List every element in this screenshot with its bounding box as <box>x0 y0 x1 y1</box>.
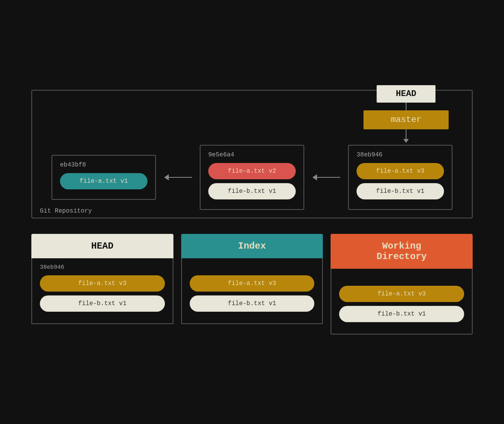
index-panel: Index file-a.txt v3 file-b.txt v1 <box>181 234 323 335</box>
index-panel-body: file-a.txt v3 file-b.txt v1 <box>181 258 323 324</box>
commits-row: eb43bf8 file-a.txt v1 9e5e6a4 file-a.txt… <box>44 145 460 210</box>
commit-38eb946: 38eb946 file-a.txt v3 file-b.txt v1 <box>348 145 453 210</box>
head-label-repo: HEAD <box>377 85 436 103</box>
working-dir-panel-hash <box>339 275 464 281</box>
head-panel-hash: 38eb946 <box>40 264 165 271</box>
commit-hash-2: 9e5e6a4 <box>208 151 296 158</box>
head-master-connector <box>406 103 406 110</box>
working-dir-panel-header: Working Directory <box>331 234 473 269</box>
head-panel-header: HEAD <box>31 234 173 258</box>
arrow-head-left-1 <box>164 174 169 180</box>
head-panel: HEAD 38eb946 file-a.txt v3 file-b.txt v1 <box>31 234 173 335</box>
commit-hash-1: eb43bf8 <box>60 161 147 168</box>
arrow-head-left-2 <box>312 174 317 180</box>
working-dir-panel-body: file-a.txt v3 file-b.txt v1 <box>331 269 473 335</box>
main-container: HEAD master eb43bf8 file-a.txt v1 <box>20 78 484 346</box>
arrow-commit2-to-commit1 <box>156 174 200 180</box>
bottom-section: HEAD 38eb946 file-a.txt v3 file-b.txt v1… <box>31 234 473 335</box>
head-panel-pill-file-b: file-b.txt v1 <box>40 295 165 312</box>
working-dir-panel: Working Directory file-a.txt v3 file-b.t… <box>331 234 473 335</box>
git-repository-box: HEAD master eb43bf8 file-a.txt v1 <box>31 90 473 218</box>
pill-file-a-v1: file-a.txt v1 <box>60 173 147 189</box>
pill-file-a-v3-commit3: file-a.txt v3 <box>357 163 444 179</box>
arrow-line-1 <box>169 177 192 178</box>
master-to-commit-arrow <box>403 129 409 143</box>
index-panel-pill-file-a: file-a.txt v3 <box>190 275 315 292</box>
index-panel-pill-file-b: file-b.txt v1 <box>190 295 315 312</box>
commit-hash-3: 38eb946 <box>357 151 444 158</box>
head-panel-pill-file-a: file-a.txt v3 <box>40 275 165 292</box>
pill-file-b-v1-commit3: file-b.txt v1 <box>357 183 444 199</box>
master-label: master <box>363 110 449 129</box>
pill-file-a-v2: file-a.txt v2 <box>208 163 296 179</box>
head-panel-body: 38eb946 file-a.txt v3 file-b.txt v1 <box>31 258 173 324</box>
commit-9e5e6a4: 9e5e6a4 file-a.txt v2 file-b.txt v1 <box>200 145 304 210</box>
arrow-commit3-to-commit2 <box>304 174 348 180</box>
pill-file-b-v1-commit2: file-b.txt v1 <box>208 183 296 199</box>
index-panel-header: Index <box>181 234 323 258</box>
arrow-line-2 <box>317 177 340 178</box>
git-repo-label: Git Repository <box>40 208 92 215</box>
commit-eb43bf8: eb43bf8 file-a.txt v1 <box>51 155 156 200</box>
working-dir-panel-pill-file-b: file-b.txt v1 <box>339 306 464 322</box>
index-panel-hash <box>190 264 315 271</box>
working-dir-panel-pill-file-a: file-a.txt v3 <box>339 286 464 302</box>
